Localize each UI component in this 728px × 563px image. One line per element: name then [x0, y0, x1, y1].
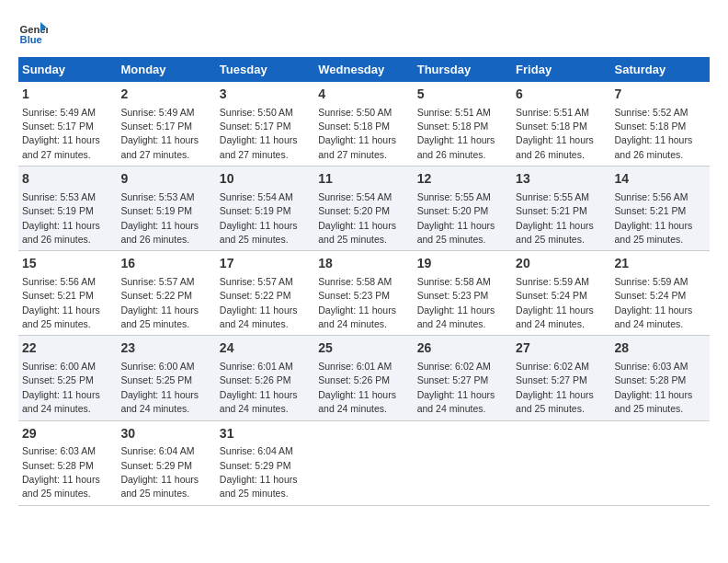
- daylight-info: Daylight: 11 hours and 25 minutes.: [318, 220, 396, 245]
- sunset-info: Sunset: 5:17 PM: [120, 121, 192, 132]
- daylight-info: Daylight: 11 hours and 24 minutes.: [120, 389, 199, 414]
- sunrise-info: Sunrise: 5:51 AM: [516, 107, 589, 118]
- daylight-info: Daylight: 11 hours and 24 minutes.: [516, 304, 594, 329]
- calendar-cell: 27 Sunrise: 6:02 AM Sunset: 5:27 PM Dayl…: [512, 336, 610, 420]
- daylight-info: Daylight: 11 hours and 25 minutes.: [615, 389, 693, 414]
- daylight-info: Daylight: 11 hours and 24 minutes.: [318, 304, 396, 329]
- day-of-week-header: Monday: [117, 57, 215, 82]
- daylight-info: Daylight: 11 hours and 27 minutes.: [318, 134, 396, 159]
- calendar-cell: 1 Sunrise: 5:49 AM Sunset: 5:17 PM Dayli…: [18, 82, 117, 167]
- day-number: 23: [120, 339, 211, 358]
- day-number: 3: [220, 86, 311, 104]
- sunset-info: Sunset: 5:18 PM: [417, 121, 489, 132]
- daylight-info: Daylight: 11 hours and 26 minutes.: [22, 220, 100, 245]
- sunrise-info: Sunrise: 5:57 AM: [220, 276, 293, 287]
- sunset-info: Sunset: 5:29 PM: [120, 460, 192, 471]
- day-of-week-header: Wednesday: [314, 57, 413, 82]
- calendar-cell: 30 Sunrise: 6:04 AM Sunset: 5:29 PM Dayl…: [117, 420, 215, 505]
- sunset-info: Sunset: 5:23 PM: [417, 290, 489, 301]
- calendar-cell: 2 Sunrise: 5:49 AM Sunset: 5:17 PM Dayli…: [117, 82, 215, 167]
- daylight-info: Daylight: 11 hours and 24 minutes.: [318, 389, 396, 414]
- daylight-info: Daylight: 11 hours and 24 minutes.: [417, 304, 495, 329]
- daylight-info: Daylight: 11 hours and 25 minutes.: [220, 220, 298, 245]
- daylight-info: Daylight: 11 hours and 25 minutes.: [22, 474, 100, 499]
- sunrise-info: Sunrise: 5:52 AM: [615, 107, 688, 118]
- daylight-info: Daylight: 11 hours and 24 minutes.: [220, 304, 298, 329]
- sunrise-info: Sunrise: 6:02 AM: [516, 361, 589, 372]
- calendar-cell: 6 Sunrise: 5:51 AM Sunset: 5:18 PM Dayli…: [512, 82, 610, 167]
- daylight-info: Daylight: 11 hours and 27 minutes.: [120, 134, 199, 159]
- sunset-info: Sunset: 5:21 PM: [516, 205, 587, 216]
- sunset-info: Sunset: 5:17 PM: [22, 121, 94, 132]
- sunrise-info: Sunrise: 5:50 AM: [318, 107, 392, 118]
- sunset-info: Sunset: 5:20 PM: [417, 205, 489, 216]
- calendar-cell: 10 Sunrise: 5:54 AM Sunset: 5:19 PM Dayl…: [216, 167, 314, 251]
- calendar-cell: 7 Sunrise: 5:52 AM Sunset: 5:18 PM Dayli…: [611, 82, 710, 167]
- day-number: 26: [417, 339, 508, 358]
- calendar-cell: 21 Sunrise: 5:59 AM Sunset: 5:24 PM Dayl…: [611, 251, 710, 336]
- sunrise-info: Sunrise: 5:54 AM: [318, 191, 392, 202]
- day-number: 12: [417, 170, 508, 189]
- daylight-info: Daylight: 11 hours and 25 minutes.: [615, 220, 693, 245]
- sunrise-info: Sunrise: 5:53 AM: [120, 191, 194, 202]
- sunset-info: Sunset: 5:26 PM: [220, 374, 291, 385]
- sunrise-info: Sunrise: 5:54 AM: [220, 191, 293, 202]
- sunrise-info: Sunrise: 5:58 AM: [318, 276, 392, 287]
- calendar-week-row: 15 Sunrise: 5:56 AM Sunset: 5:21 PM Dayl…: [18, 251, 710, 336]
- sunrise-info: Sunrise: 5:55 AM: [516, 191, 589, 202]
- daylight-info: Daylight: 11 hours and 25 minutes.: [220, 474, 298, 499]
- day-number: 9: [120, 170, 211, 189]
- day-of-week-header: Sunday: [18, 57, 117, 82]
- day-number: 31: [220, 425, 311, 443]
- sunset-info: Sunset: 5:18 PM: [615, 121, 687, 132]
- calendar-body: 1 Sunrise: 5:49 AM Sunset: 5:17 PM Dayli…: [18, 82, 710, 505]
- sunrise-info: Sunrise: 5:57 AM: [120, 276, 194, 287]
- day-number: 13: [516, 170, 607, 189]
- calendar-cell: 5 Sunrise: 5:51 AM Sunset: 5:18 PM Dayli…: [414, 82, 512, 167]
- sunset-info: Sunset: 5:22 PM: [120, 290, 192, 301]
- sunset-info: Sunset: 5:24 PM: [516, 290, 587, 301]
- day-number: 18: [318, 255, 409, 273]
- sunset-info: Sunset: 5:19 PM: [220, 205, 291, 216]
- day-number: 22: [22, 339, 113, 358]
- sunset-info: Sunset: 5:19 PM: [22, 205, 94, 216]
- sunset-info: Sunset: 5:18 PM: [318, 121, 390, 132]
- sunset-info: Sunset: 5:25 PM: [120, 374, 192, 385]
- calendar-cell: 22 Sunrise: 6:00 AM Sunset: 5:25 PM Dayl…: [18, 336, 117, 420]
- sunrise-info: Sunrise: 5:56 AM: [22, 276, 96, 287]
- sunrise-info: Sunrise: 6:01 AM: [220, 361, 293, 372]
- day-number: 28: [615, 339, 706, 358]
- day-number: 25: [318, 339, 409, 358]
- sunset-info: Sunset: 5:25 PM: [22, 374, 94, 385]
- day-number: 16: [120, 255, 211, 273]
- daylight-info: Daylight: 11 hours and 24 minutes.: [22, 389, 100, 414]
- daylight-info: Daylight: 11 hours and 27 minutes.: [22, 134, 100, 159]
- sunrise-info: Sunrise: 6:01 AM: [318, 361, 392, 372]
- sunrise-info: Sunrise: 6:00 AM: [22, 361, 96, 372]
- sunrise-info: Sunrise: 6:04 AM: [220, 445, 293, 456]
- daylight-info: Daylight: 11 hours and 25 minutes.: [516, 220, 594, 245]
- calendar-cell: 24 Sunrise: 6:01 AM Sunset: 5:26 PM Dayl…: [216, 336, 314, 420]
- sunset-info: Sunset: 5:26 PM: [318, 374, 390, 385]
- calendar-cell: 25 Sunrise: 6:01 AM Sunset: 5:26 PM Dayl…: [314, 336, 413, 420]
- sunrise-info: Sunrise: 5:51 AM: [417, 107, 491, 118]
- sunrise-info: Sunrise: 5:55 AM: [417, 191, 491, 202]
- logo-icon: General Blue: [18, 18, 48, 48]
- day-number: 27: [516, 339, 607, 358]
- calendar-cell: 26 Sunrise: 6:02 AM Sunset: 5:27 PM Dayl…: [414, 336, 512, 420]
- sunset-info: Sunset: 5:23 PM: [318, 290, 390, 301]
- sunset-info: Sunset: 5:21 PM: [615, 205, 687, 216]
- daylight-info: Daylight: 11 hours and 26 minutes.: [516, 134, 594, 159]
- sunrise-info: Sunrise: 6:03 AM: [22, 445, 96, 456]
- sunset-info: Sunset: 5:18 PM: [516, 121, 587, 132]
- calendar-cell: 17 Sunrise: 5:57 AM Sunset: 5:22 PM Dayl…: [216, 251, 314, 336]
- daylight-info: Daylight: 11 hours and 25 minutes.: [120, 474, 199, 499]
- calendar-cell: 3 Sunrise: 5:50 AM Sunset: 5:17 PM Dayli…: [216, 82, 314, 167]
- daylight-info: Daylight: 11 hours and 25 minutes.: [22, 304, 100, 329]
- calendar-cell: 31 Sunrise: 6:04 AM Sunset: 5:29 PM Dayl…: [216, 420, 314, 505]
- calendar-cell: 9 Sunrise: 5:53 AM Sunset: 5:19 PM Dayli…: [117, 167, 215, 251]
- calendar-header-row: SundayMondayTuesdayWednesdayThursdayFrid…: [18, 57, 710, 82]
- sunset-info: Sunset: 5:27 PM: [516, 374, 587, 385]
- calendar-cell: [414, 420, 512, 505]
- calendar-cell: [611, 420, 710, 505]
